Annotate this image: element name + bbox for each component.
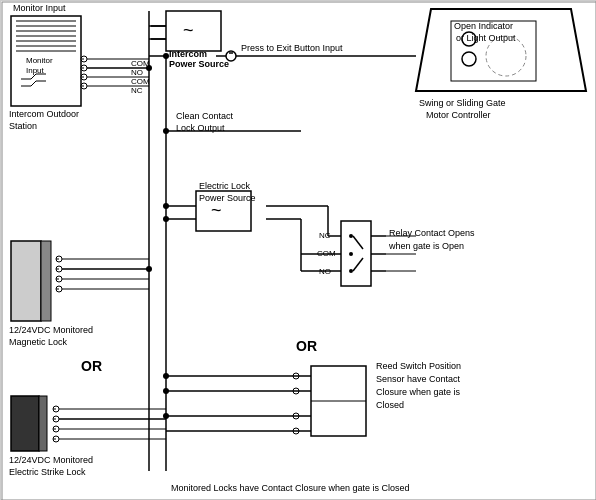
svg-point-127 xyxy=(163,413,169,419)
wiring-diagram: Monitor Input ~ COM NO xyxy=(0,0,596,500)
svg-text:Monitor: Monitor xyxy=(26,56,53,65)
svg-text:~: ~ xyxy=(183,20,194,40)
svg-text:12/24VDC Monitored: 12/24VDC Monitored xyxy=(9,455,93,465)
svg-point-128 xyxy=(146,65,152,71)
svg-text:Open Indicator: Open Indicator xyxy=(454,21,513,31)
svg-text:OR: OR xyxy=(81,358,102,374)
svg-text:Clean Contact: Clean Contact xyxy=(176,111,234,121)
svg-point-129 xyxy=(146,266,152,272)
svg-point-125 xyxy=(163,373,169,379)
svg-text:NC: NC xyxy=(131,86,143,95)
svg-point-85 xyxy=(349,234,353,238)
svg-text:12/24VDC Monitored: 12/24VDC Monitored xyxy=(9,325,93,335)
svg-text:Reed Switch Position: Reed Switch Position xyxy=(376,361,461,371)
svg-text:Monitor Input: Monitor Input xyxy=(13,3,66,13)
svg-rect-65 xyxy=(39,396,47,451)
svg-text:Monitored Locks have Contact C: Monitored Locks have Contact Closure whe… xyxy=(171,483,410,493)
svg-text:OR: OR xyxy=(296,338,317,354)
svg-text:COM: COM xyxy=(131,77,150,86)
svg-point-87 xyxy=(349,269,353,273)
svg-text:Electric Strike Lock: Electric Strike Lock xyxy=(9,467,86,477)
svg-text:Relay Contact Opens: Relay Contact Opens xyxy=(389,228,475,238)
svg-rect-51 xyxy=(41,241,51,321)
svg-text:when gate is Open: when gate is Open xyxy=(388,241,464,251)
svg-text:Lock Output: Lock Output xyxy=(176,123,225,133)
svg-rect-64 xyxy=(11,396,39,451)
svg-text:~: ~ xyxy=(211,200,222,220)
svg-point-86 xyxy=(349,252,353,256)
svg-text:Magnetic Lock: Magnetic Lock xyxy=(9,337,68,347)
svg-text:Swing or Sliding Gate: Swing or Sliding Gate xyxy=(419,98,506,108)
svg-text:Intercom Outdoor: Intercom Outdoor xyxy=(9,109,79,119)
svg-text:Motor Controller: Motor Controller xyxy=(426,110,491,120)
svg-text:Intercom: Intercom xyxy=(169,49,207,59)
svg-rect-50 xyxy=(11,241,41,321)
svg-point-131 xyxy=(163,128,169,134)
svg-point-123 xyxy=(163,203,169,209)
svg-text:Press to Exit Button Input: Press to Exit Button Input xyxy=(241,43,343,53)
svg-text:Sensor have Contact: Sensor have Contact xyxy=(376,374,461,384)
svg-text:or Light Output: or Light Output xyxy=(456,33,516,43)
svg-text:Power Source: Power Source xyxy=(199,193,256,203)
svg-text:Electric Lock: Electric Lock xyxy=(199,181,251,191)
svg-point-102 xyxy=(462,52,476,66)
svg-text:Power Source: Power Source xyxy=(169,59,229,69)
svg-text:NO: NO xyxy=(131,68,143,77)
svg-point-126 xyxy=(163,388,169,394)
svg-rect-78 xyxy=(341,221,371,286)
svg-text:Station: Station xyxy=(9,121,37,131)
svg-text:Closure when gate is: Closure when gate is xyxy=(376,387,461,397)
svg-text:Closed: Closed xyxy=(376,400,404,410)
svg-point-124 xyxy=(163,216,169,222)
